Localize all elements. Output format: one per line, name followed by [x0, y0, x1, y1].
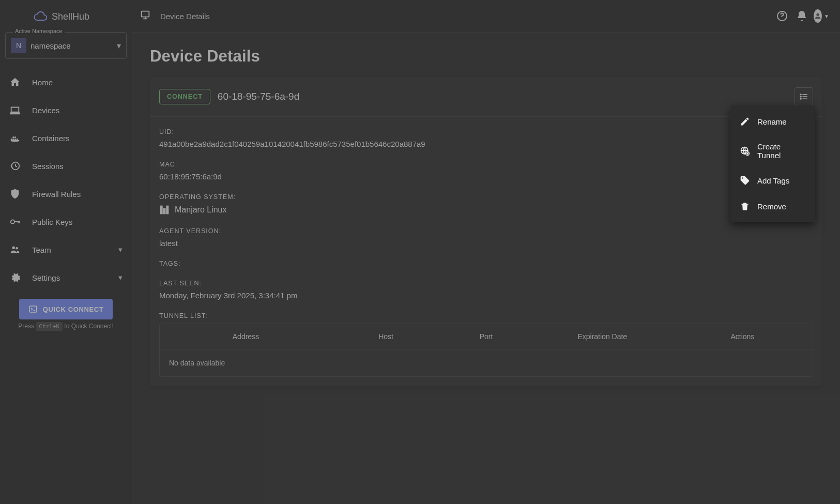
svg-point-9	[800, 96, 801, 97]
sidebar-item-devices[interactable]: Devices	[4, 96, 128, 124]
namespace-legend: Active Namespace	[13, 28, 65, 34]
last-seen-value: Monday, February 3rd 2025, 3:34:41 pm	[159, 291, 813, 300]
connect-button[interactable]: CONNECT	[159, 89, 210, 104]
manjaro-icon	[159, 205, 170, 215]
svg-rect-5	[142, 11, 149, 17]
mac-label: MAC:	[159, 161, 813, 168]
shield-icon	[9, 188, 21, 200]
page-title: Device Details	[150, 47, 822, 66]
sidebar-item-containers[interactable]: Containers	[4, 124, 128, 152]
last-seen-label: LAST SEEN:	[159, 280, 813, 287]
account-menu[interactable]: ▼	[815, 10, 828, 22]
tunnel-label: TUNNEL LIST:	[159, 312, 813, 319]
mac-value: 60:18:95:75:6a:9d	[159, 172, 813, 181]
menu-item-remove[interactable]: Remove	[730, 193, 815, 219]
quick-connect-button[interactable]: QUICK CONNECT	[19, 299, 113, 319]
menu-item-label: Remove	[757, 202, 786, 211]
device-menu-button[interactable]	[795, 87, 813, 106]
bell-icon[interactable]	[796, 10, 808, 22]
trash-icon	[740, 201, 750, 211]
sidebar-item-label: Home	[32, 78, 53, 87]
quick-connect-label: QUICK CONNECT	[43, 306, 104, 313]
laptop-icon	[9, 104, 21, 116]
chevron-down-icon: ▾	[117, 41, 121, 51]
pencil-icon	[740, 116, 750, 127]
sidebar-item-label: Public Keys	[32, 218, 72, 226]
tunnel-table: Address Host Port Expiration Date Action…	[159, 324, 813, 377]
menu-item-add-tags[interactable]: Add Tags	[730, 167, 815, 193]
th-actions: Actions	[673, 324, 813, 349]
sidebar-item-label: Containers	[32, 134, 70, 143]
svg-rect-4	[29, 306, 37, 312]
chevron-down-icon: ▾	[118, 273, 123, 282]
sidebar-item-label: Devices	[32, 106, 59, 115]
breadcrumb: Device Details	[160, 12, 210, 21]
menu-item-label: Add Tags	[757, 176, 789, 185]
agent-value: latest	[159, 239, 813, 248]
th-expiration: Expiration Date	[532, 324, 673, 349]
device-name: 60-18-95-75-6a-9d	[218, 91, 299, 102]
sidebar-item-firewall[interactable]: Firewall Rules	[4, 180, 128, 208]
menu-item-rename[interactable]: Rename	[730, 109, 815, 134]
menu-item-label: Create Tunnel	[757, 142, 806, 160]
device-actions-menu: Rename Create Tunnel Add Tags Remove	[730, 105, 815, 222]
nav: Home Devices Containers Sessions Firewal…	[4, 68, 128, 292]
tag-icon	[740, 175, 750, 186]
th-port: Port	[440, 324, 532, 349]
sidebar-item-label: Team	[32, 246, 51, 254]
svg-rect-14	[160, 206, 163, 215]
menu-item-create-tunnel[interactable]: Create Tunnel	[730, 134, 815, 167]
app-name: ShellHub	[52, 11, 89, 22]
chevron-down-icon: ▼	[824, 13, 829, 19]
sidebar-item-label: Sessions	[32, 162, 64, 171]
globe-plus-icon	[740, 146, 750, 156]
list-icon	[799, 91, 809, 102]
home-icon	[9, 77, 21, 88]
os-value: Manjaro Linux	[175, 205, 227, 215]
key-icon	[9, 216, 21, 227]
svg-point-2	[12, 247, 16, 250]
svg-rect-16	[166, 206, 169, 215]
menu-item-label: Rename	[757, 117, 787, 126]
cloud-icon	[33, 9, 48, 24]
svg-point-10	[800, 98, 801, 99]
help-icon[interactable]	[776, 10, 788, 22]
sidebar-item-team[interactable]: Team ▾	[4, 236, 128, 264]
main: Device Details ▼ Device Details	[132, 0, 840, 504]
hint-kbd: Ctrl+K	[36, 322, 63, 331]
agent-label: AGENT VERSION:	[159, 227, 813, 235]
th-address: Address	[160, 324, 332, 349]
chevron-down-icon: ▾	[118, 245, 123, 254]
sidebar-item-home[interactable]: Home	[4, 68, 128, 96]
quick-connect-hint: Press Ctrl+K to Quick Connect!	[4, 323, 128, 330]
svg-rect-15	[163, 208, 166, 215]
gear-icon	[9, 272, 21, 283]
sidebar-item-label: Firewall Rules	[32, 190, 81, 198]
svg-point-8	[800, 94, 801, 95]
sidebar-item-sessions[interactable]: Sessions	[4, 152, 128, 180]
group-icon	[9, 244, 21, 255]
history-icon	[9, 160, 21, 172]
avatar-icon	[814, 9, 822, 23]
th-host: Host	[332, 324, 440, 349]
uid-label: UID:	[159, 128, 813, 135]
tags-label: TAGS:	[159, 260, 813, 267]
table-empty: No data available	[160, 349, 813, 376]
namespace-name: namespace	[30, 41, 113, 50]
namespace-selector[interactable]: Active Namespace N namespace ▾	[5, 32, 127, 59]
uid-value: 491a00be2a9dad2c1f040259a101420041fb5986…	[159, 140, 813, 148]
topbar: Device Details ▼	[132, 0, 840, 33]
sidebar-item-public-keys[interactable]: Public Keys	[4, 208, 128, 236]
device-icon	[140, 9, 151, 23]
container-icon	[9, 132, 21, 144]
device-card: CONNECT 60-18-95-75-6a-9d UID: 491a00be2…	[150, 77, 822, 386]
svg-point-7	[816, 13, 819, 16]
namespace-chip: N	[11, 38, 26, 53]
svg-point-3	[16, 247, 18, 250]
sidebar-item-label: Settings	[32, 273, 60, 282]
terminal-icon	[28, 304, 38, 314]
svg-point-1	[11, 220, 14, 223]
sidebar-item-settings[interactable]: Settings ▾	[4, 264, 128, 292]
os-label: OPERATING SYSTEM:	[159, 193, 813, 201]
sidebar: ShellHub Active Namespace N namespace ▾ …	[0, 0, 132, 504]
